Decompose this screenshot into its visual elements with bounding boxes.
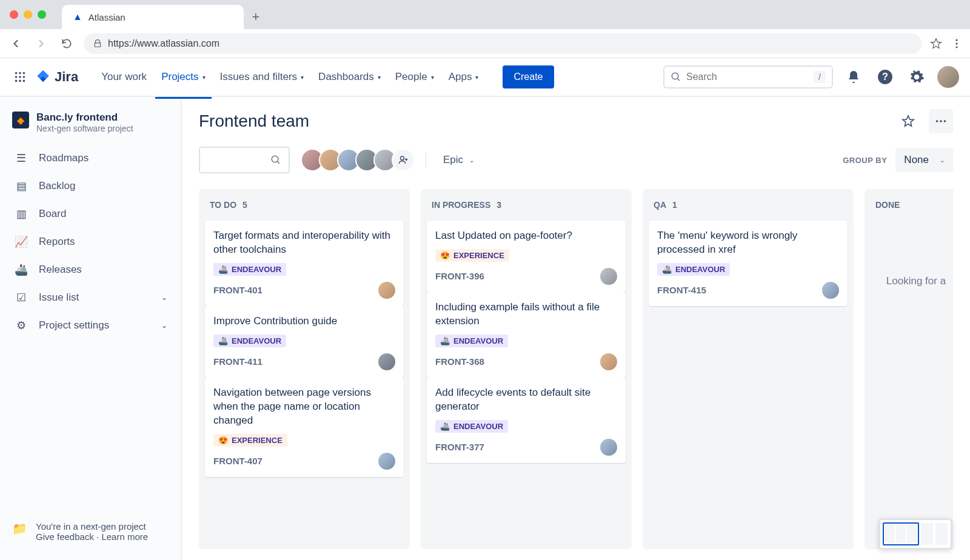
global-search[interactable]: / <box>663 65 833 88</box>
footer-message: You're in a next-gen project <box>36 521 148 532</box>
column-name: DONE <box>875 200 900 210</box>
assignee-avatar[interactable] <box>378 282 395 299</box>
board-minimap[interactable] <box>879 519 952 549</box>
reload-button[interactable] <box>58 35 75 52</box>
sidebar-item-board[interactable]: ▥Board <box>6 201 175 227</box>
issue-card[interactable]: Navigation between page versions when th… <box>205 378 404 477</box>
column-inprogress: IN PROGRESS3 Last Updated on page-footer… <box>421 189 632 549</box>
board-search[interactable] <box>199 147 290 173</box>
notifications-button[interactable] <box>843 66 865 88</box>
project-type: Next-gen software project <box>36 124 133 133</box>
svg-point-2 <box>955 46 957 48</box>
sidebar-footer: 📁 You're in a next-gen project Give feed… <box>6 515 175 548</box>
issue-card[interactable]: The 'menu' keyword is wrongly processed … <box>649 221 848 306</box>
chevron-down-icon: ▾ <box>475 74 478 81</box>
browser-tab[interactable]: ▲ Atlassian <box>62 5 244 29</box>
svg-point-0 <box>955 39 957 41</box>
epic-badge[interactable]: 😍EXPERIENCE <box>435 249 509 262</box>
svg-point-17 <box>944 120 946 122</box>
learn-more-link[interactable]: Learn more <box>101 532 148 542</box>
board-more-button[interactable] <box>929 109 953 133</box>
add-people-button[interactable] <box>392 148 415 172</box>
nav-items: Your work Projects▾ Issues and filters▾ … <box>95 66 484 88</box>
search-input[interactable] <box>686 72 809 82</box>
column-todo: TO DO5 Target formats and interoperabili… <box>199 189 410 549</box>
epic-badge[interactable]: 🚢ENDEAVOUR <box>435 335 508 347</box>
nav-apps[interactable]: Apps▾ <box>443 66 485 88</box>
board-title: Frontend team <box>199 112 309 131</box>
roadmap-icon: ☰ <box>13 152 29 165</box>
profile-avatar[interactable] <box>937 66 959 88</box>
kanban-board: TO DO5 Target formats and interoperabili… <box>199 189 953 549</box>
address-bar[interactable]: https://www.atlassian.com <box>84 33 921 54</box>
column-name: QA <box>654 200 666 210</box>
sidebar-item-releases[interactable]: 🚢Releases <box>6 257 175 282</box>
bookmark-star-icon[interactable] <box>930 38 942 50</box>
svg-point-9 <box>15 80 18 82</box>
svg-point-3 <box>15 72 18 75</box>
app-switcher-button[interactable] <box>11 68 29 86</box>
sidebar-item-reports[interactable]: 📈Reports <box>6 229 175 255</box>
browser-menu-icon[interactable] <box>951 38 963 50</box>
epic-filter[interactable]: Epic ⌄ <box>437 150 480 170</box>
nav-issues[interactable]: Issues and filters▾ <box>214 66 310 88</box>
group-by-select[interactable]: None ⌄ <box>895 148 953 172</box>
chevron-down-icon: ▾ <box>301 74 304 81</box>
project-header[interactable]: ◆ Banc.ly frontend Next-gen software pro… <box>6 109 175 145</box>
nav-dashboards[interactable]: Dashboards▾ <box>312 66 387 88</box>
window-maximize[interactable] <box>38 10 46 19</box>
settings-button[interactable] <box>906 66 928 88</box>
assignee-avatar[interactable] <box>378 353 395 370</box>
chevron-down-icon: ⌄ <box>161 321 167 330</box>
svg-point-5 <box>23 72 25 75</box>
column-count: 1 <box>672 200 677 210</box>
epic-badge[interactable]: 🚢ENDEAVOUR <box>213 335 286 347</box>
empty-state-text: Looking for a <box>871 221 953 287</box>
svg-point-16 <box>940 120 942 122</box>
card-title: Add lifecycle events to default site gen… <box>435 386 617 414</box>
gear-icon: ⚙ <box>13 319 29 332</box>
issue-card[interactable]: Improve Contribution guide 🚢ENDEAVOUR FR… <box>205 306 404 378</box>
search-icon <box>270 155 281 165</box>
forward-button[interactable] <box>33 35 50 52</box>
create-button[interactable]: Create <box>503 65 554 88</box>
nav-your-work[interactable]: Your work <box>95 66 153 88</box>
new-tab-button[interactable]: + <box>244 5 268 29</box>
assignee-avatar[interactable] <box>378 453 395 470</box>
back-button[interactable] <box>7 35 24 52</box>
svg-point-15 <box>936 120 938 122</box>
assignee-avatar[interactable] <box>822 282 839 299</box>
column-qa: QA1 The 'menu' keyword is wrongly proces… <box>643 189 854 549</box>
nav-people[interactable]: People▾ <box>389 66 440 88</box>
issue-card[interactable]: Add lifecycle events to default site gen… <box>427 378 626 463</box>
epic-badge[interactable]: 🚢ENDEAVOUR <box>435 420 508 433</box>
sidebar-item-backlog[interactable]: ▤Backlog <box>6 173 175 199</box>
give-feedback-link[interactable]: Give feedback <box>36 532 94 542</box>
nav-projects[interactable]: Projects▾ <box>155 66 211 88</box>
assignee-avatar[interactable] <box>600 268 617 285</box>
issue-card[interactable]: Including example fails without a file e… <box>427 292 626 378</box>
issue-card[interactable]: Last Updated on page-footer? 😍EXPERIENCE… <box>427 221 626 292</box>
epic-badge[interactable]: 😍EXPERIENCE <box>213 434 287 447</box>
issue-card[interactable]: Target formats and interoperability with… <box>205 221 404 306</box>
sidebar-item-settings[interactable]: ⚙Project settings⌄ <box>6 313 175 338</box>
issue-key: FRONT-396 <box>435 271 484 281</box>
jira-logo[interactable]: Jira <box>35 69 78 85</box>
svg-point-1 <box>955 42 957 44</box>
svg-point-10 <box>19 80 21 82</box>
window-close[interactable] <box>10 10 18 19</box>
assignee-avatar[interactable] <box>600 439 617 456</box>
epic-badge[interactable]: 🚢ENDEAVOUR <box>657 263 730 276</box>
star-board-button[interactable] <box>896 109 920 133</box>
sidebar-item-issue-list[interactable]: ☑Issue list⌄ <box>6 285 175 310</box>
svg-point-8 <box>23 76 25 78</box>
assignee-filter <box>301 148 415 172</box>
epic-badge[interactable]: 🚢ENDEAVOUR <box>213 263 286 276</box>
sidebar-nav: ☰Roadmaps ▤Backlog ▥Board 📈Reports 🚢Rele… <box>6 145 175 338</box>
search-icon <box>671 72 681 82</box>
help-button[interactable]: ? <box>874 66 896 88</box>
sidebar-item-roadmaps[interactable]: ☰Roadmaps <box>6 145 175 171</box>
window-minimize[interactable] <box>24 10 32 19</box>
jira-mark-icon <box>35 69 51 85</box>
assignee-avatar[interactable] <box>600 353 617 370</box>
